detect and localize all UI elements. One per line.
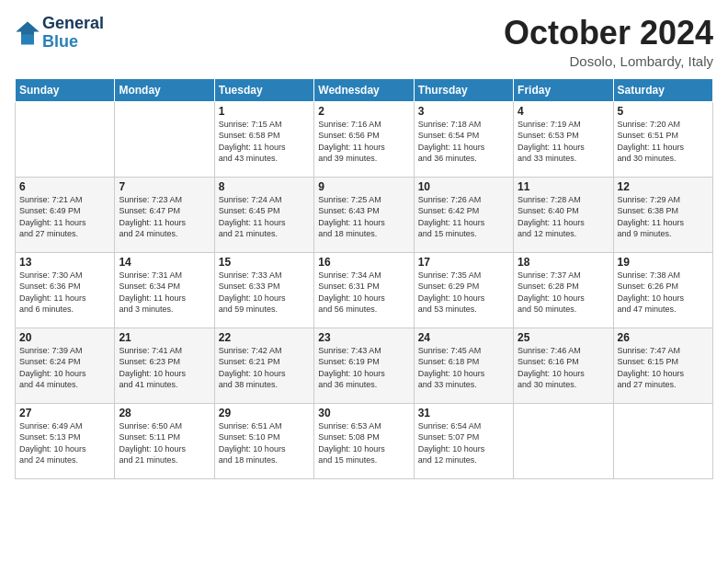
calendar-cell: 15Sunrise: 7:33 AM Sunset: 6:33 PM Dayli… [214, 252, 313, 327]
day-info: Sunrise: 7:24 AM Sunset: 6:45 PM Dayligh… [219, 194, 310, 240]
day-number: 16 [318, 256, 409, 269]
day-number: 17 [418, 256, 509, 269]
calendar-cell: 24Sunrise: 7:45 AM Sunset: 6:18 PM Dayli… [414, 327, 513, 403]
weekday-header: Tuesday [214, 78, 313, 101]
weekday-header: Thursday [414, 78, 513, 101]
calendar-cell: 26Sunrise: 7:47 AM Sunset: 6:15 PM Dayli… [613, 327, 712, 403]
month-title: October 2024 [504, 15, 713, 52]
day-number: 18 [518, 256, 609, 269]
calendar-cell: 6Sunrise: 7:21 AM Sunset: 6:49 PM Daylig… [16, 177, 115, 252]
calendar-cell: 27Sunrise: 6:49 AM Sunset: 5:13 PM Dayli… [16, 403, 115, 478]
logo-icon [15, 20, 40, 46]
day-info: Sunrise: 7:23 AM Sunset: 6:47 PM Dayligh… [119, 194, 210, 240]
day-number: 21 [119, 331, 210, 344]
day-info: Sunrise: 7:43 AM Sunset: 6:19 PM Dayligh… [318, 345, 409, 391]
weekday-row: SundayMondayTuesdayWednesdayThursdayFrid… [16, 78, 713, 101]
calendar-cell: 14Sunrise: 7:31 AM Sunset: 6:34 PM Dayli… [115, 252, 214, 327]
page-container: General Blue October 2024 Dosolo, Lombar… [0, 0, 728, 488]
weekday-header: Saturday [613, 78, 712, 101]
calendar-cell: 4Sunrise: 7:19 AM Sunset: 6:53 PM Daylig… [514, 101, 613, 177]
day-info: Sunrise: 7:19 AM Sunset: 6:53 PM Dayligh… [518, 119, 609, 165]
day-info: Sunrise: 7:46 AM Sunset: 6:16 PM Dayligh… [518, 345, 609, 391]
logo-text: General Blue [42, 15, 104, 52]
weekday-header: Sunday [16, 78, 115, 101]
calendar-cell: 3Sunrise: 7:18 AM Sunset: 6:54 PM Daylig… [414, 101, 513, 177]
day-info: Sunrise: 7:35 AM Sunset: 6:29 PM Dayligh… [418, 270, 509, 316]
location-title: Dosolo, Lombardy, Italy [504, 53, 713, 69]
calendar-cell: 13Sunrise: 7:30 AM Sunset: 6:36 PM Dayli… [16, 252, 115, 327]
day-number: 7 [119, 180, 210, 193]
day-number: 30 [318, 407, 409, 419]
day-info: Sunrise: 7:18 AM Sunset: 6:54 PM Dayligh… [418, 119, 509, 165]
day-number: 13 [19, 256, 110, 269]
calendar-cell: 17Sunrise: 7:35 AM Sunset: 6:29 PM Dayli… [414, 252, 513, 327]
day-number: 19 [618, 256, 709, 269]
calendar-week-row: 6Sunrise: 7:21 AM Sunset: 6:49 PM Daylig… [16, 177, 713, 252]
day-info: Sunrise: 7:30 AM Sunset: 6:36 PM Dayligh… [19, 270, 110, 316]
day-number: 12 [618, 180, 709, 193]
logo-line1: General [42, 15, 104, 33]
day-number: 10 [418, 180, 509, 193]
day-number: 15 [219, 256, 310, 269]
calendar-cell: 29Sunrise: 6:51 AM Sunset: 5:10 PM Dayli… [214, 403, 313, 478]
day-info: Sunrise: 7:15 AM Sunset: 6:58 PM Dayligh… [219, 119, 310, 165]
weekday-header: Wednesday [314, 78, 414, 101]
svg-marker-1 [16, 21, 39, 34]
day-number: 2 [318, 105, 409, 118]
title-block: October 2024 Dosolo, Lombardy, Italy [504, 15, 713, 69]
calendar-cell: 21Sunrise: 7:41 AM Sunset: 6:23 PM Dayli… [115, 327, 214, 403]
calendar-cell: 20Sunrise: 7:39 AM Sunset: 6:24 PM Dayli… [16, 327, 115, 403]
calendar-cell [16, 101, 115, 177]
day-number: 5 [618, 105, 709, 118]
calendar-table: SundayMondayTuesdayWednesdayThursdayFrid… [15, 78, 713, 479]
weekday-header: Friday [514, 78, 613, 101]
calendar-cell: 18Sunrise: 7:37 AM Sunset: 6:28 PM Dayli… [514, 252, 613, 327]
calendar-cell: 10Sunrise: 7:26 AM Sunset: 6:42 PM Dayli… [414, 177, 513, 252]
day-number: 6 [19, 180, 110, 193]
header: General Blue October 2024 Dosolo, Lombar… [15, 15, 713, 69]
day-number: 14 [119, 256, 210, 269]
day-number: 20 [19, 331, 110, 344]
calendar-week-row: 20Sunrise: 7:39 AM Sunset: 6:24 PM Dayli… [16, 327, 713, 403]
calendar-cell: 9Sunrise: 7:25 AM Sunset: 6:43 PM Daylig… [314, 177, 414, 252]
day-info: Sunrise: 7:45 AM Sunset: 6:18 PM Dayligh… [418, 345, 509, 391]
day-info: Sunrise: 6:54 AM Sunset: 5:07 PM Dayligh… [418, 420, 509, 466]
day-info: Sunrise: 7:34 AM Sunset: 6:31 PM Dayligh… [318, 270, 409, 316]
calendar-cell: 8Sunrise: 7:24 AM Sunset: 6:45 PM Daylig… [214, 177, 313, 252]
day-number: 24 [418, 331, 509, 344]
day-info: Sunrise: 6:50 AM Sunset: 5:11 PM Dayligh… [119, 420, 210, 466]
day-number: 23 [318, 331, 409, 344]
day-number: 1 [219, 105, 310, 118]
day-info: Sunrise: 7:26 AM Sunset: 6:42 PM Dayligh… [418, 194, 509, 240]
day-number: 29 [219, 407, 310, 419]
day-number: 9 [318, 180, 409, 193]
day-info: Sunrise: 7:21 AM Sunset: 6:49 PM Dayligh… [19, 194, 110, 240]
calendar-cell: 12Sunrise: 7:29 AM Sunset: 6:38 PM Dayli… [613, 177, 712, 252]
day-info: Sunrise: 7:38 AM Sunset: 6:26 PM Dayligh… [618, 270, 709, 316]
calendar-week-row: 1Sunrise: 7:15 AM Sunset: 6:58 PM Daylig… [16, 101, 713, 177]
day-number: 4 [518, 105, 609, 118]
day-number: 27 [19, 407, 110, 419]
calendar-cell [613, 403, 712, 478]
day-info: Sunrise: 7:25 AM Sunset: 6:43 PM Dayligh… [318, 194, 409, 240]
day-info: Sunrise: 7:16 AM Sunset: 6:56 PM Dayligh… [318, 119, 409, 165]
day-number: 28 [119, 407, 210, 419]
calendar-cell: 2Sunrise: 7:16 AM Sunset: 6:56 PM Daylig… [314, 101, 414, 177]
logo: General Blue [15, 15, 104, 52]
day-info: Sunrise: 7:29 AM Sunset: 6:38 PM Dayligh… [618, 194, 709, 240]
day-info: Sunrise: 6:49 AM Sunset: 5:13 PM Dayligh… [19, 420, 110, 466]
calendar-cell: 23Sunrise: 7:43 AM Sunset: 6:19 PM Dayli… [314, 327, 414, 403]
calendar-cell: 1Sunrise: 7:15 AM Sunset: 6:58 PM Daylig… [214, 101, 313, 177]
calendar-cell: 11Sunrise: 7:28 AM Sunset: 6:40 PM Dayli… [514, 177, 613, 252]
calendar-cell [115, 101, 214, 177]
day-info: Sunrise: 7:39 AM Sunset: 6:24 PM Dayligh… [19, 345, 110, 391]
calendar-cell: 19Sunrise: 7:38 AM Sunset: 6:26 PM Dayli… [613, 252, 712, 327]
day-info: Sunrise: 7:20 AM Sunset: 6:51 PM Dayligh… [618, 119, 709, 165]
day-info: Sunrise: 6:51 AM Sunset: 5:10 PM Dayligh… [219, 420, 310, 466]
calendar-cell [514, 403, 613, 478]
day-info: Sunrise: 7:28 AM Sunset: 6:40 PM Dayligh… [518, 194, 609, 240]
calendar-cell: 16Sunrise: 7:34 AM Sunset: 6:31 PM Dayli… [314, 252, 414, 327]
day-info: Sunrise: 7:47 AM Sunset: 6:15 PM Dayligh… [618, 345, 709, 391]
day-info: Sunrise: 7:42 AM Sunset: 6:21 PM Dayligh… [219, 345, 310, 391]
calendar-week-row: 13Sunrise: 7:30 AM Sunset: 6:36 PM Dayli… [16, 252, 713, 327]
